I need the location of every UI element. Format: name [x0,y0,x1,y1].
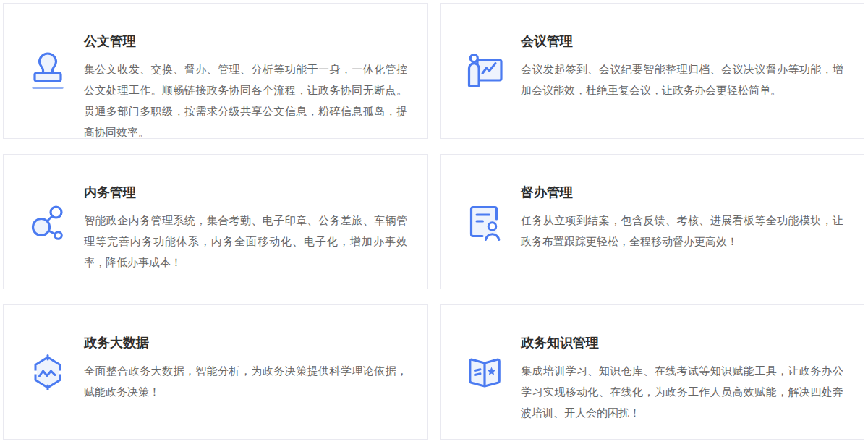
card-supervision-management[interactable]: 督办管理 任务从立项到结案，包含反馈、考核、进展看板等全功能模块，让政务布置跟踪… [440,154,864,289]
card-text: 政务知识管理 集成培训学习、知识仓库、在线考试等知识赋能工具，让政务办公学习实现… [521,305,843,423]
card-title: 政务知识管理 [521,334,843,351]
stamp-icon [28,49,67,93]
molecule-nodes-icon [28,200,67,244]
presentation-chart-icon [465,49,504,93]
card-title: 会议管理 [521,33,843,50]
card-description: 全面整合政务大数据，智能分析，为政务决策提供科学理论依据，赋能政务决策！ [84,360,407,402]
card-description: 集公文收发、交换、督办、管理、分析等功能于一身，一体化管控公文处理工作。顺畅链接… [84,59,407,142]
card-description: 任务从立项到结案，包含反馈、考核、进展看板等全功能模块，让政务布置跟踪更轻松，全… [521,210,843,252]
card-title: 督办管理 [521,184,843,201]
card-description: 集成培训学习、知识仓库、在线考试等知识赋能工具，让政务办公学习实现移动化、在线化… [521,360,843,423]
hexagon-wave-icon [28,351,67,394]
card-title: 政务大数据 [84,334,407,351]
card-internal-affairs-management[interactable]: 内务管理 智能政企内务管理系统，集合考勤、电子印章、公务差旅、车辆管理等完善内务… [3,154,428,289]
card-government-big-data[interactable]: 政务大数据 全面整合政务大数据，智能分析，为政务决策提供科学理论依据，赋能政务决… [3,304,428,440]
card-text: 会议管理 会议发起签到、会议纪要智能整理归档、会议决议督办等功能，增加会议能效，… [521,4,843,101]
card-meeting-management[interactable]: 会议管理 会议发起签到、会议纪要智能整理归档、会议决议督办等功能，增加会议能效，… [440,3,864,139]
card-description: 会议发起签到、会议纪要智能整理归档、会议决议督办等功能，增加会议能效，杜绝重复会… [521,59,843,101]
card-title: 内务管理 [84,184,407,201]
card-text: 政务大数据 全面整合政务大数据，智能分析，为政务决策提供科学理论依据，赋能政务决… [84,305,407,402]
card-government-knowledge-management[interactable]: 政务知识管理 集成培训学习、知识仓库、在线考试等知识赋能工具，让政务办公学习实现… [440,304,864,440]
open-book-star-icon [465,351,504,394]
card-text: 内务管理 智能政企内务管理系统，集合考勤、电子印章、公务差旅、车辆管理等完善内务… [84,155,407,273]
feature-card-grid: 公文管理 集公文收发、交换、督办、管理、分析等功能于一身，一体化管控公文处理工作… [0,0,868,444]
card-text: 公文管理 集公文收发、交换、督办、管理、分析等功能于一身，一体化管控公文处理工作… [84,4,407,142]
card-title: 公文管理 [84,33,407,50]
card-text: 督办管理 任务从立项到结案，包含反馈、考核、进展看板等全功能模块，让政务布置跟踪… [521,155,843,252]
card-document-management[interactable]: 公文管理 集公文收发、交换、督办、管理、分析等功能于一身，一体化管控公文处理工作… [3,3,428,139]
document-person-icon [465,200,504,244]
card-description: 智能政企内务管理系统，集合考勤、电子印章、公务差旅、车辆管理等完善内务功能体系，… [84,210,407,273]
